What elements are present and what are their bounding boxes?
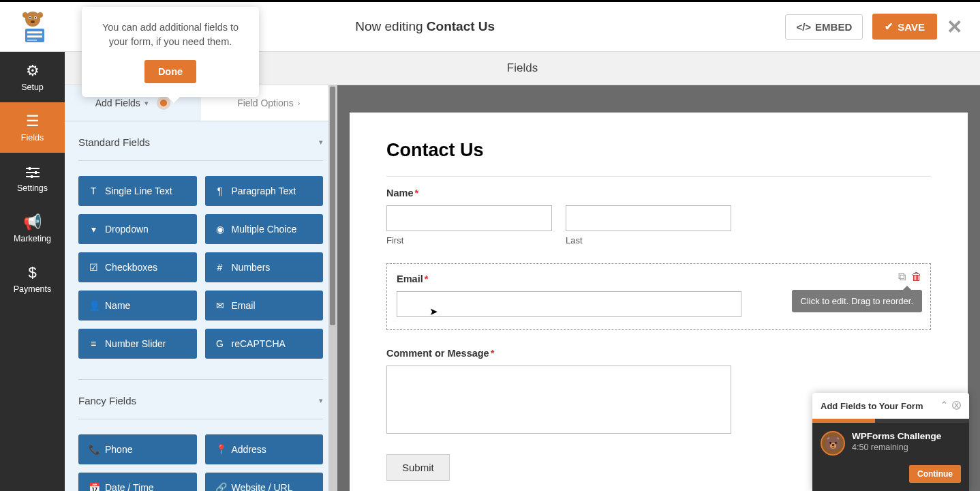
envelope-icon: ✉ xyxy=(215,300,225,311)
save-button[interactable]: ✔ SAVE xyxy=(872,14,937,40)
checkbox-icon: ☑ xyxy=(89,262,98,273)
text-icon: T xyxy=(89,185,98,196)
tutorial-popover: You can add additional fields to your fo… xyxy=(82,7,259,97)
svg-rect-10 xyxy=(27,35,42,38)
field-multiple-choice[interactable]: ◉Multiple Choice xyxy=(205,214,324,244)
sliders-icon xyxy=(25,163,40,181)
svg-point-4 xyxy=(35,17,36,18)
radio-icon: ◉ xyxy=(215,224,225,235)
check-icon: ✔ xyxy=(885,20,893,33)
google-icon: G xyxy=(215,338,225,349)
svg-point-5 xyxy=(31,20,35,23)
field-recaptcha[interactable]: GreCAPTCHA xyxy=(205,329,324,359)
field-numbers[interactable]: #Numbers xyxy=(205,252,324,282)
scrollbar[interactable] xyxy=(328,85,337,491)
fields-panel: Add Fields ▾ Field Options › Standard Fi… xyxy=(65,85,337,491)
form-title[interactable]: Contact Us xyxy=(386,140,931,177)
code-icon: </> xyxy=(796,21,811,33)
svg-rect-11 xyxy=(27,40,37,41)
field-tooltip: Click to edit. Drag to reorder. xyxy=(792,290,922,312)
field-date-time[interactable]: 📅Date / Time xyxy=(78,473,197,491)
close-icon[interactable]: ✕ xyxy=(947,16,962,38)
map-pin-icon: 📍 xyxy=(215,444,225,455)
first-name-input[interactable] xyxy=(386,205,552,231)
chevron-down-icon: ▾ xyxy=(319,396,323,405)
paragraph-icon: ¶ xyxy=(215,185,225,196)
field-name[interactable]: 👤Name xyxy=(78,291,197,321)
dollar-icon: $ xyxy=(28,264,36,282)
wpforms-logo-icon xyxy=(16,10,50,44)
svg-rect-15 xyxy=(29,167,31,170)
challenge-head-text: Add Fields to Your Form xyxy=(821,401,923,411)
svg-point-7 xyxy=(37,12,43,18)
bullhorn-icon: 📢 xyxy=(23,213,42,231)
popover-done-button[interactable]: Done xyxy=(144,60,196,83)
challenge-avatar-icon: 🐻 xyxy=(821,431,845,456)
phone-icon: 📞 xyxy=(89,444,98,455)
comment-label: Comment or Message* xyxy=(386,348,931,359)
hash-icon: # xyxy=(215,262,225,273)
sliders-icon: ≡ xyxy=(89,338,98,349)
collapse-icon[interactable]: ⌃ xyxy=(940,400,948,412)
field-address[interactable]: 📍Address xyxy=(205,434,324,464)
duplicate-icon[interactable]: ⧉ xyxy=(898,271,906,283)
challenge-continue-button[interactable]: Continue xyxy=(909,465,961,483)
popover-text: You can add additional fields to your fo… xyxy=(97,20,244,49)
list-icon: ☰ xyxy=(26,113,40,130)
embed-button[interactable]: </> EMBED xyxy=(785,14,863,40)
trash-icon[interactable]: 🗑 xyxy=(911,271,922,283)
svg-point-3 xyxy=(29,17,31,18)
form-field-email[interactable]: ⧉ 🗑 Email* Click to edit. Drag to reorde… xyxy=(386,263,931,330)
sidebar-item-payments[interactable]: $ Payments xyxy=(0,254,65,304)
challenge-title: WPForms Challenge xyxy=(852,431,941,441)
svg-rect-9 xyxy=(27,31,42,33)
chevron-down-icon: ▾ xyxy=(144,99,149,108)
field-checkboxes[interactable]: ☑Checkboxes xyxy=(78,252,197,282)
close-challenge-icon[interactable]: ⓧ xyxy=(952,400,961,412)
submit-button[interactable]: Submit xyxy=(386,454,450,481)
field-paragraph-text[interactable]: ¶Paragraph Text xyxy=(205,176,324,206)
last-name-input[interactable] xyxy=(566,205,731,231)
email-input[interactable] xyxy=(397,291,741,317)
svg-rect-16 xyxy=(35,171,37,174)
field-phone[interactable]: 📞Phone xyxy=(78,434,197,464)
editing-prefix: Now editing xyxy=(355,19,427,33)
email-label: Email* xyxy=(397,273,921,284)
challenge-card: Add Fields to Your Form ⌃ ⓧ 🐻 WPForms Ch… xyxy=(812,393,969,491)
sidebar-item-setup[interactable]: ⚙ Setup xyxy=(0,52,65,102)
form-field-name[interactable]: Name* First Last xyxy=(386,188,931,246)
group-fancy-fields[interactable]: Fancy Fields ▾ xyxy=(78,379,323,419)
challenge-time: 4:50 remaining xyxy=(852,443,941,452)
top-actions: </> EMBED ✔ SAVE ✕ xyxy=(785,14,980,40)
first-sublabel: First xyxy=(386,235,552,246)
comment-textarea[interactable] xyxy=(386,366,731,434)
caret-square-icon: ▾ xyxy=(89,224,98,235)
sidebar-item-marketing[interactable]: 📢 Marketing xyxy=(0,203,65,254)
user-icon: 👤 xyxy=(89,300,98,311)
calendar-icon: 📅 xyxy=(89,482,98,491)
chevron-down-icon: ▾ xyxy=(319,138,323,147)
field-number-slider[interactable]: ≡Number Slider xyxy=(78,329,197,359)
logo xyxy=(0,2,65,51)
sidebar-item-settings[interactable]: Settings xyxy=(0,153,65,203)
field-email[interactable]: ✉Email xyxy=(205,291,324,321)
field-dropdown[interactable]: ▾Dropdown xyxy=(78,214,197,244)
group-standard-fields[interactable]: Standard Fields ▾ xyxy=(78,121,323,161)
chevron-right-icon: › xyxy=(298,99,301,107)
field-single-line-text[interactable]: TSingle Line Text xyxy=(78,176,197,206)
last-sublabel: Last xyxy=(566,235,731,246)
sidebar-item-fields[interactable]: ☰ Fields xyxy=(0,102,65,153)
link-icon: 🔗 xyxy=(215,482,225,491)
svg-rect-17 xyxy=(31,175,33,178)
gear-icon: ⚙ xyxy=(26,62,40,80)
name-label: Name* xyxy=(386,188,931,198)
sidebar: ⚙ Setup ☰ Fields Settings 📢 Marketing $ … xyxy=(0,52,65,491)
field-website-url[interactable]: 🔗Website / URL xyxy=(205,473,324,491)
editing-form-name: Contact Us xyxy=(427,19,495,33)
svg-point-6 xyxy=(22,12,28,18)
